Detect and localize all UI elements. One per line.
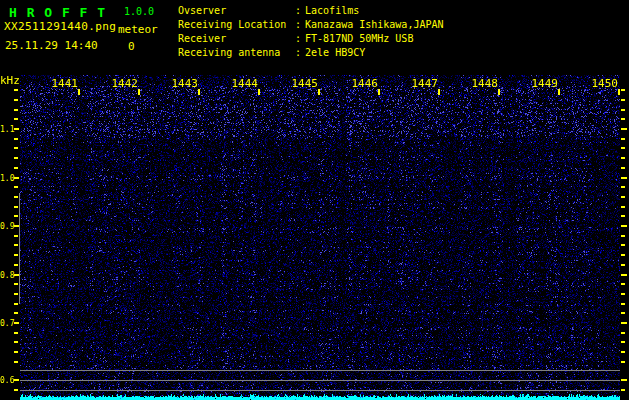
freq-minor-tick-left	[14, 264, 18, 266]
meteor-count: 0	[128, 41, 135, 52]
info-value: Kanazawa Ishikawa,JAPAN	[305, 18, 443, 32]
time-tick-mark	[78, 89, 80, 95]
freq-minor-tick-left	[14, 389, 18, 391]
station-info-row: Ovserver:Lacofilms	[178, 4, 444, 18]
app-title: H R O F F T	[9, 6, 106, 19]
freq-major-tick-right	[621, 225, 627, 227]
station-info-row: Receiving Location:Kanazawa Ishikawa,JAP…	[178, 18, 444, 32]
freq-major-tick-right	[621, 379, 627, 381]
freq-minor-tick-right	[621, 109, 625, 111]
time-tick-mark	[258, 89, 260, 95]
datetime-label: 25.11.29 14:40	[5, 40, 98, 51]
info-separator: :	[295, 18, 301, 32]
level-line-lower	[20, 390, 620, 391]
output-filename: XX2511291440.png	[4, 21, 116, 32]
freq-major-tick-right	[621, 322, 627, 324]
time-tick-mark	[198, 89, 200, 95]
info-value: 2ele HB9CY	[305, 46, 365, 60]
freq-minor-tick-left	[14, 89, 18, 91]
app-version: 1.0.0	[124, 7, 154, 17]
freq-minor-tick-right	[621, 99, 625, 101]
freq-unit-label: kHz	[0, 75, 20, 86]
freq-tick-label: 0.7	[0, 320, 13, 328]
info-label: Receiving Location	[178, 18, 295, 32]
info-value: FT-817ND 50MHz USB	[305, 32, 413, 46]
time-tick-mark	[138, 89, 140, 95]
freq-tick-label: 0.6	[0, 377, 13, 385]
freq-minor-tick-left	[14, 147, 18, 149]
time-tick-label: 1443	[171, 78, 198, 89]
time-tick-label: 1448	[471, 78, 498, 89]
info-separator: :	[295, 46, 301, 60]
freq-minor-tick-left	[14, 332, 18, 334]
time-tick-label: 1441	[51, 78, 78, 89]
time-tick-label: 1447	[411, 78, 438, 89]
freq-minor-tick-left	[14, 118, 18, 120]
time-tick-mark	[498, 89, 500, 95]
freq-minor-tick-right	[621, 303, 625, 305]
freq-minor-tick-left	[14, 303, 18, 305]
freq-major-tick-left	[14, 177, 19, 179]
time-tick-mark	[378, 89, 380, 95]
freq-minor-tick-right	[621, 341, 625, 343]
time-tick-mark	[318, 89, 320, 95]
freq-major-tick-right	[621, 128, 627, 130]
freq-minor-tick-right	[621, 351, 625, 353]
freq-minor-tick-right	[621, 361, 625, 363]
time-tick-mark	[618, 89, 620, 95]
freq-minor-tick-left	[14, 293, 18, 295]
spectrogram-noise	[20, 75, 620, 400]
freq-minor-tick-right	[621, 206, 625, 208]
freq-minor-tick-right	[621, 118, 625, 120]
freq-minor-tick-left	[14, 138, 18, 140]
freq-minor-tick-left	[14, 341, 18, 343]
time-tick-label: 1445	[291, 78, 318, 89]
freq-minor-tick-right	[621, 235, 625, 237]
time-tick-label: 1450	[591, 78, 618, 89]
freq-major-tick-left	[14, 379, 19, 381]
freq-minor-tick-right	[621, 389, 625, 391]
freq-tick-label: 0.9	[0, 223, 13, 231]
freq-minor-tick-right	[621, 215, 625, 217]
freq-minor-tick-left	[14, 99, 18, 101]
freq-minor-tick-left	[14, 196, 18, 198]
freq-minor-tick-right	[621, 293, 625, 295]
freq-minor-tick-left	[14, 244, 18, 246]
freq-minor-tick-right	[621, 196, 625, 198]
freq-minor-tick-right	[621, 312, 625, 314]
freq-minor-tick-left	[14, 206, 18, 208]
freq-minor-tick-left	[14, 361, 18, 363]
freq-minor-tick-left	[14, 235, 18, 237]
freq-minor-tick-right	[621, 244, 625, 246]
freq-minor-tick-left	[14, 312, 18, 314]
time-tick-label: 1442	[111, 78, 138, 89]
freq-minor-tick-right	[621, 157, 625, 159]
freq-minor-tick-right	[621, 186, 625, 188]
info-label: Receiving antenna	[178, 46, 295, 60]
freq-tick-label: 0.8	[0, 272, 13, 280]
freq-major-tick-left	[14, 225, 19, 227]
freq-minor-tick-right	[621, 89, 625, 91]
freq-minor-tick-left	[14, 167, 18, 169]
freq-minor-tick-right	[621, 147, 625, 149]
freq-minor-tick-right	[621, 167, 625, 169]
freq-minor-tick-left	[14, 254, 18, 256]
freq-minor-tick-left	[14, 186, 18, 188]
freq-major-tick-left	[14, 128, 19, 130]
freq-minor-tick-right	[621, 264, 625, 266]
freq-major-tick-left	[14, 274, 19, 276]
freq-minor-tick-right	[621, 332, 625, 334]
info-value: Lacofilms	[305, 4, 359, 18]
time-tick-mark	[438, 89, 440, 95]
freq-major-tick-right	[621, 274, 627, 276]
station-info-row: Receiving antenna:2ele HB9CY	[178, 46, 444, 60]
freq-minor-tick-left	[14, 351, 18, 353]
freq-major-tick-right	[621, 177, 627, 179]
info-label: Ovserver	[178, 4, 295, 18]
freq-major-tick-left	[14, 322, 19, 324]
left-edge-marker-line	[19, 193, 20, 304]
freq-minor-tick-right	[621, 283, 625, 285]
freq-tick-label: 1.1	[0, 126, 13, 134]
info-separator: :	[295, 32, 301, 46]
freq-minor-tick-right	[621, 138, 625, 140]
